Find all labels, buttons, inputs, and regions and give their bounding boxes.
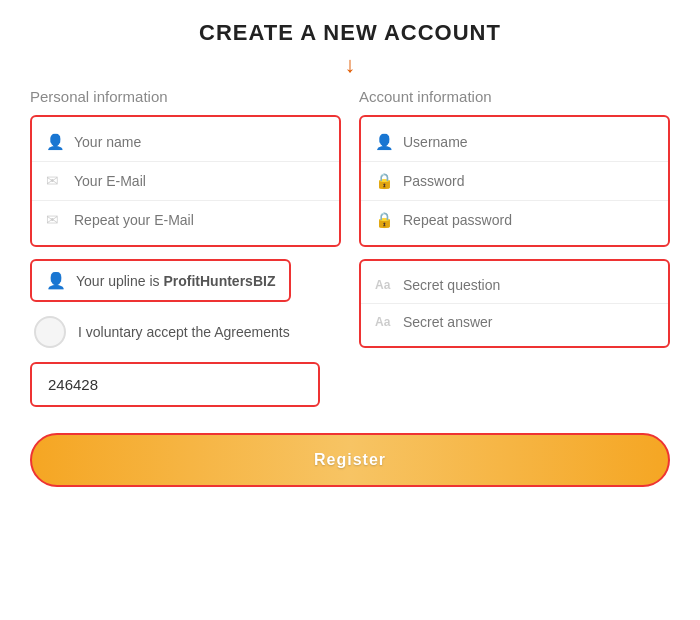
secret-question-input[interactable] bbox=[403, 277, 654, 293]
agreement-row: I voluntary accept the Agreements bbox=[30, 316, 341, 348]
repeat-password-icon: 🔒 bbox=[375, 211, 393, 229]
upline-name: ProfitHuntersBIZ bbox=[163, 273, 275, 289]
username-icon: 👤 bbox=[375, 133, 393, 151]
repeat-email-row: ✉ bbox=[32, 201, 339, 239]
username-row: 👤 bbox=[361, 123, 668, 162]
your-name-row: 👤 bbox=[32, 123, 339, 162]
captcha-value: 246428 bbox=[48, 376, 98, 393]
repeat-email-input[interactable] bbox=[74, 212, 325, 228]
personal-info-box: 👤 ✉ ✉ bbox=[30, 115, 341, 247]
username-input[interactable] bbox=[403, 134, 654, 150]
password-row: 🔒 bbox=[361, 162, 668, 201]
upline-label: Your upline is ProfitHuntersBIZ bbox=[76, 273, 275, 289]
email-row: ✉ bbox=[32, 162, 339, 201]
person-icon: 👤 bbox=[46, 133, 64, 151]
account-info-box: 👤 🔒 🔒 bbox=[359, 115, 670, 247]
repeat-password-row: 🔒 bbox=[361, 201, 668, 239]
register-button[interactable]: Register bbox=[30, 433, 670, 487]
secret-answer-icon: Aa bbox=[375, 315, 393, 329]
personal-info-header: Personal information bbox=[30, 88, 341, 105]
upline-icon: 👤 bbox=[46, 271, 66, 290]
secret-question-icon: Aa bbox=[375, 278, 393, 292]
agreement-checkbox[interactable] bbox=[34, 316, 66, 348]
captcha-box: 246428 bbox=[30, 362, 320, 407]
email-input[interactable] bbox=[74, 173, 325, 189]
repeat-email-icon: ✉ bbox=[46, 211, 64, 229]
secret-box: Aa Aa bbox=[359, 259, 670, 348]
password-input[interactable] bbox=[403, 173, 654, 189]
secret-answer-row: Aa bbox=[361, 304, 668, 340]
secret-answer-input[interactable] bbox=[403, 314, 654, 330]
upline-box: 👤 Your upline is ProfitHuntersBIZ bbox=[30, 259, 291, 302]
page-title: CREATE A NEW ACCOUNT bbox=[30, 20, 670, 46]
password-icon: 🔒 bbox=[375, 172, 393, 190]
register-button-wrap: Register bbox=[30, 433, 670, 487]
secret-question-row: Aa bbox=[361, 267, 668, 304]
account-info-header: Account information bbox=[359, 88, 670, 105]
your-name-input[interactable] bbox=[74, 134, 325, 150]
agreement-label: I voluntary accept the Agreements bbox=[78, 324, 290, 340]
title-arrow: ↓ bbox=[30, 52, 670, 78]
email-icon: ✉ bbox=[46, 172, 64, 190]
repeat-password-input[interactable] bbox=[403, 212, 654, 228]
